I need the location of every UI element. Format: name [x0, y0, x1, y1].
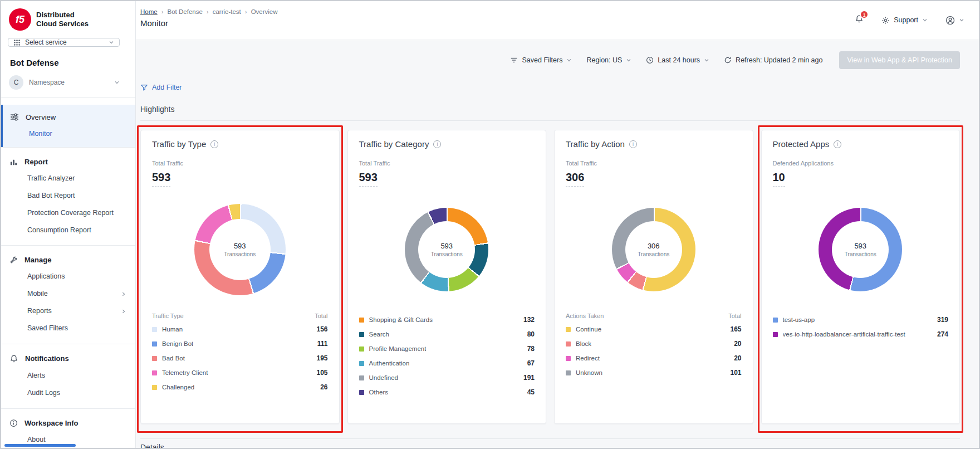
legend-item-authentication[interactable]: Authentication67	[359, 356, 535, 370]
brand-name: Distributed Cloud Services	[36, 11, 89, 28]
card-traffic-by-action: Traffic by Action Total Traffic 306 306 …	[554, 130, 753, 424]
legend-header-value: Total	[315, 313, 327, 319]
wrench-icon	[9, 256, 18, 264]
refresh-button[interactable]: Refresh: Updated 2 min ago	[724, 56, 822, 64]
card-title: Traffic by Category	[359, 139, 429, 149]
sidebar-item-protection-coverage-report[interactable]: Protection Coverage Report	[1, 204, 135, 222]
info-icon[interactable]	[834, 140, 841, 148]
legend-label: ves-io-http-loadbalancer-artificial-traf…	[783, 331, 905, 338]
support-menu[interactable]: Support	[881, 16, 928, 25]
refresh-icon	[724, 56, 732, 64]
account-menu[interactable]	[945, 16, 964, 25]
sidebar-item-consumption-report[interactable]: Consumption Report	[1, 222, 135, 239]
funnel-icon	[140, 84, 148, 91]
info-icon[interactable]	[210, 140, 218, 148]
legend-item-undefined[interactable]: Undefined191	[359, 370, 535, 385]
add-filter-label: Add Filter	[152, 84, 182, 91]
sidebar-item-manage[interactable]: Manage	[1, 250, 135, 268]
divider	[140, 120, 960, 121]
sidebar-item-notifications[interactable]: Notifications	[1, 349, 135, 367]
sidebar-item-audit-logs[interactable]: Audit Logs	[1, 384, 135, 402]
legend-item-ves-io-http-loadbalancer-artificial-traffic-test[interactable]: ves-io-http-loadbalancer-artificial-traf…	[773, 327, 949, 341]
region-dropdown[interactable]: Region: US	[586, 56, 631, 64]
legend-item-search[interactable]: Search80	[359, 327, 535, 341]
sidebar-item-workspace-info[interactable]: Workspace Info	[1, 413, 135, 431]
breadcrumb-item[interactable]: Home	[140, 8, 158, 15]
legend-value: 20	[729, 354, 741, 362]
legend-swatch	[566, 356, 571, 361]
notifications-button[interactable]: 1	[855, 14, 864, 26]
legend-item-telemetry-client[interactable]: Telemetry Client105	[152, 365, 328, 380]
donut-wrap: 593 Transactions	[359, 187, 535, 313]
info-icon[interactable]	[433, 140, 441, 148]
legend-item-bad-bot[interactable]: Bad Bot195	[152, 351, 328, 365]
toolbar: Saved Filters Region: US Last 24 hours R…	[140, 51, 960, 69]
namespace-selector[interactable]: C Namespace	[1, 72, 135, 97]
legend-item-others[interactable]: Others45	[359, 385, 535, 399]
refresh-label: Refresh: Updated 2 min ago	[736, 56, 822, 64]
legend-value: 80	[523, 330, 535, 338]
chevron-down-icon	[566, 57, 572, 63]
legend-item-continue[interactable]: Continue165	[566, 322, 742, 336]
donut-center-label: Transactions	[845, 251, 876, 257]
donut-center-value: 306	[648, 242, 660, 250]
donut-chart: 593 Transactions	[819, 208, 902, 291]
sidebar-item-traffic-analyzer[interactable]: Traffic Analyzer	[1, 170, 135, 187]
horizontal-scrollbar-thumb[interactable]	[4, 444, 76, 447]
legend-item-block[interactable]: Block20	[566, 336, 742, 351]
legend-value: 105	[312, 369, 327, 377]
sidebar-item-label: Applications	[27, 272, 65, 281]
divider	[140, 438, 960, 439]
card-traffic-by-category: Traffic by Category Total Traffic 593 59…	[347, 130, 547, 424]
legend-item-human[interactable]: Human156	[152, 322, 328, 336]
legend-item-redirect[interactable]: Redirect20	[566, 351, 742, 365]
legend-label: Undefined	[369, 374, 398, 381]
breadcrumb-item[interactable]: Bot Defense	[158, 8, 203, 15]
add-filter-button[interactable]: Add Filter	[140, 84, 182, 91]
sidebar-item-overview[interactable]: Overview	[3, 107, 135, 125]
chevron-right-icon	[121, 291, 126, 297]
legend-value: 20	[729, 340, 741, 348]
card-title: Protected Apps	[773, 139, 830, 149]
card-traffic-by-type: Traffic by Type Total Traffic 593 593 Tr…	[140, 130, 340, 424]
breadcrumb-item[interactable]: Overview	[241, 8, 278, 15]
legend-item-benign-bot[interactable]: Benign Bot111	[152, 336, 328, 351]
nav-section-workspace-info: Workspace InfoAbout	[1, 409, 135, 449]
sidebar-item-label: Workspace Info	[24, 419, 79, 427]
legend-label: Authentication	[369, 360, 410, 367]
legend-header-label: Actions Taken	[566, 313, 604, 319]
sidebar-item-alerts[interactable]: Alerts	[1, 367, 135, 384]
saved-filters-dropdown[interactable]: Saved Filters	[510, 56, 572, 64]
legend-item-challenged[interactable]: Challenged26	[152, 380, 328, 394]
metric-label: Total Traffic	[359, 160, 535, 167]
sidebar-item-monitor[interactable]: Monitor	[3, 125, 135, 143]
sidebar-item-reports[interactable]: Reports	[1, 302, 135, 320]
legend-item-profile-management[interactable]: Profile Management78	[359, 341, 535, 356]
sidebar-item-mobile[interactable]: Mobile	[1, 285, 135, 302]
sidebar-item-saved-filters[interactable]: Saved Filters	[1, 320, 135, 337]
legend-item-unknown[interactable]: Unknown101	[566, 365, 742, 380]
donut-center: 593 Transactions	[418, 221, 475, 278]
donut-center: 306 Transactions	[625, 221, 682, 278]
time-range-dropdown[interactable]: Last 24 hours	[646, 56, 709, 64]
sidebar-item-report[interactable]: Report	[1, 152, 135, 170]
sidebar-item-label: Mobile	[27, 289, 48, 299]
legend-swatch	[152, 356, 157, 361]
card-title: Traffic by Type	[152, 139, 206, 149]
donut-center-value: 593	[440, 242, 453, 250]
sidebar-item-applications[interactable]: Applications	[1, 268, 135, 285]
legend-value: 319	[933, 316, 948, 324]
legend-item-test-us-app[interactable]: test-us-app319	[773, 313, 949, 327]
legend-value: 191	[519, 374, 535, 382]
info-icon[interactable]	[629, 140, 637, 148]
legend-value: 67	[523, 359, 535, 367]
breadcrumb-item[interactable]: carrie-test	[203, 8, 241, 15]
view-in-waap-button[interactable]: View in Web App & API Protection	[839, 51, 960, 69]
sidebar: f5 Distributed Cloud Services Select ser…	[1, 1, 136, 448]
sidebar-item-bad-bot-report[interactable]: Bad Bot Report	[1, 187, 135, 204]
legend-label: Benign Bot	[162, 340, 193, 347]
header-right: 1 Support	[855, 14, 964, 26]
service-selector[interactable]: Select service	[8, 38, 120, 47]
support-label: Support	[894, 16, 918, 24]
legend-item-shopping-gift-cards[interactable]: Shopping & Gift Cards132	[359, 313, 535, 327]
